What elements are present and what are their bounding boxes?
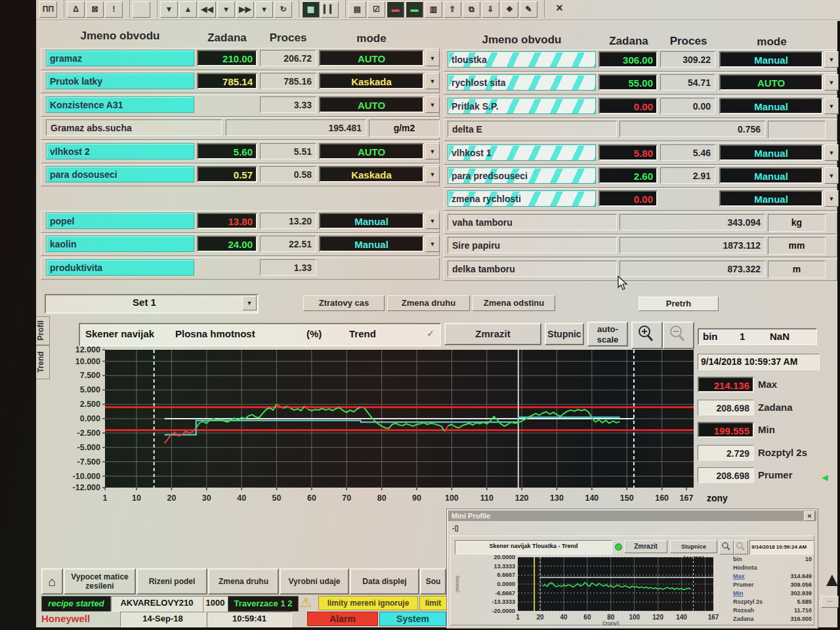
mini-profile-titlebar[interactable]: Mini Profile × xyxy=(448,511,816,521)
home-button[interactable]: ⌂ xyxy=(41,568,63,595)
mini-zoom-out-button[interactable] xyxy=(734,540,748,555)
arrow-up-button[interactable]: ▲ xyxy=(179,1,197,18)
mini-zoom-in-button[interactable] xyxy=(719,540,734,555)
circuit-name[interactable]: Prutok latky xyxy=(46,73,194,89)
zadana-display[interactable]: 5.80 xyxy=(598,144,658,161)
mode-dropdown-arrow-icon[interactable]: ▼ xyxy=(824,190,839,207)
trend-chart-icon[interactable]: ▬ xyxy=(406,1,423,18)
mode-dropdown-arrow-icon[interactable]: ▼ xyxy=(824,51,839,68)
circuit-name[interactable]: vlhkost 2 xyxy=(46,143,194,159)
stupnic-button[interactable]: Stupnic xyxy=(545,323,584,345)
mode-dropdown-arrow-icon[interactable]: ▼ xyxy=(824,144,839,161)
bottom-menu-data-displej[interactable]: Data displej xyxy=(350,568,419,595)
mode-select[interactable]: Manual xyxy=(319,236,424,252)
mode-select[interactable]: AUTO xyxy=(719,74,823,91)
mode-dropdown-arrow-icon[interactable]: ▼ xyxy=(425,143,440,159)
mode-dropdown-arrow-icon[interactable]: ▼ xyxy=(824,98,839,114)
mode-select[interactable]: AUTO xyxy=(319,143,424,159)
close-icon[interactable]: × xyxy=(551,1,568,18)
circuit-name[interactable]: para predsouseci xyxy=(448,167,596,184)
bar-columns-icon[interactable]: ▎▎ xyxy=(321,1,339,18)
zmena-odstinu-button[interactable]: Zmena odstinu xyxy=(472,295,555,311)
restore-icon[interactable]: ΠΠ xyxy=(39,1,57,18)
mode-dropdown-arrow-icon[interactable]: ▼ xyxy=(425,73,440,89)
zoom-out-button[interactable] xyxy=(663,322,694,349)
circuit-name[interactable]: Konzistence A31 xyxy=(46,96,194,113)
bell-icon[interactable]: Δ xyxy=(67,1,85,18)
mode-select[interactable]: Kaskada xyxy=(319,166,424,182)
zoom-in-button[interactable] xyxy=(631,322,663,349)
zadana-display[interactable]: 0.00 xyxy=(598,190,658,207)
more-button[interactable]: ··· xyxy=(821,596,839,608)
zadana-display[interactable]: 306.00 xyxy=(598,51,658,68)
alarm-button[interactable]: Alarm xyxy=(307,612,378,626)
printer-icon[interactable]: ▤ xyxy=(348,1,366,18)
circuit-name[interactable]: gramaz xyxy=(46,50,194,66)
circuit-name[interactable]: para dosouseci xyxy=(46,166,194,182)
scroll-up-icon[interactable]: ▲ xyxy=(822,568,840,591)
circuit-name[interactable]: popel xyxy=(46,213,194,229)
mode-select[interactable]: Manual xyxy=(719,190,823,207)
bottom-menu-vyrobni-udaje[interactable]: Vyrobni udaje xyxy=(280,568,349,595)
circuit-name[interactable]: rychlost sita xyxy=(448,74,596,91)
scanner-down-icon[interactable]: ⇩ xyxy=(482,1,499,18)
set-select[interactable]: Set 1 ▼ xyxy=(45,294,259,314)
alarm-display-icon[interactable]: ▬ xyxy=(387,1,404,18)
zadana-display[interactable]: 24.00 xyxy=(197,236,257,252)
page-back-button[interactable]: ◀◀ xyxy=(198,1,216,18)
auto-scale-button[interactable]: auto-scale xyxy=(587,322,628,346)
bottom-menu-zmena-druhu[interactable]: Zmena druhu xyxy=(208,568,279,595)
mode-dropdown-arrow-icon[interactable]: ▼ xyxy=(824,167,839,184)
mini-stupnice-button[interactable]: Stupnice (AUTO) xyxy=(670,540,717,553)
tab-trend[interactable]: Trend xyxy=(36,345,50,379)
zadana-display[interactable]: 210.00 xyxy=(197,50,257,66)
back-dropdown-button[interactable]: ▾ xyxy=(217,1,235,18)
refresh-icon[interactable]: ↻ xyxy=(274,1,292,18)
mode-select[interactable]: AUTO xyxy=(319,96,424,113)
mini-zmrazit-button[interactable]: Zmrazit xyxy=(624,540,667,553)
scanner-copy-icon[interactable]: ⧉ xyxy=(463,1,480,18)
checklist-icon[interactable]: ☑ xyxy=(368,1,385,18)
pin-icon[interactable]: -▯ xyxy=(452,524,459,532)
trend-display-icon[interactable]: ▦ xyxy=(302,1,320,18)
mode-dropdown-arrow-icon[interactable]: ▼ xyxy=(425,96,440,113)
zadana-display[interactable]: 0.00 xyxy=(598,98,658,114)
zadana-display[interactable]: 5.60 xyxy=(197,143,257,159)
mode-select[interactable]: Manual xyxy=(319,213,424,229)
zadana-display[interactable]: 785.14 xyxy=(197,73,257,89)
report-icon[interactable]: ✎ xyxy=(520,1,537,18)
mode-dropdown-arrow-icon[interactable]: ▼ xyxy=(425,236,440,252)
palette-icon[interactable]: ❖ xyxy=(501,1,518,18)
zmrazit-button[interactable]: Zmrazit xyxy=(444,323,541,345)
circuit-name[interactable]: kaolin xyxy=(46,236,194,252)
zadana-display[interactable]: 0.57 xyxy=(197,166,257,182)
file-drawer-icon[interactable]: ▥ xyxy=(425,1,442,18)
circuit-name[interactable]: Pritlak S.P. xyxy=(448,98,596,114)
mini-profile-close-icon[interactable]: × xyxy=(804,511,815,521)
bottom-menu-sou[interactable]: Sou xyxy=(420,568,446,595)
forward-dropdown-button[interactable]: ▾ xyxy=(255,1,273,18)
mode-select[interactable]: AUTO xyxy=(319,50,424,66)
mode-select[interactable]: Manual xyxy=(719,51,823,68)
blank-button[interactable] xyxy=(133,1,150,18)
mode-dropdown-arrow-icon[interactable]: ▼ xyxy=(824,74,839,91)
zmena-druhu-button[interactable]: Zmena druhu xyxy=(387,295,470,311)
pretrh-button[interactable]: Pretrh xyxy=(639,297,719,311)
bottom-menu-rizeni-podel[interactable]: Rizeni podel xyxy=(136,568,207,595)
circuit-name[interactable]: produktivita xyxy=(46,259,194,276)
mode-select[interactable]: Manual xyxy=(719,98,823,114)
zadana-display[interactable]: 55.00 xyxy=(598,74,658,91)
mode-dropdown-arrow-icon[interactable]: ▼ xyxy=(425,166,440,182)
circuit-name[interactable]: vlhkost 1 xyxy=(448,144,596,161)
bell-cancel-icon[interactable]: ⊠ xyxy=(86,1,104,18)
ztratovy-cas-button[interactable]: Ztratovy cas xyxy=(303,295,385,311)
mode-select[interactable]: Kaskada xyxy=(319,73,424,89)
note-alert-icon[interactable]: ! xyxy=(105,1,123,18)
circuit-name[interactable]: zmena rychlosti xyxy=(448,190,596,207)
bottom-menu-vypocet-matice-zesileni[interactable]: Vypocet matice zesileni xyxy=(64,568,136,595)
arrow-down-button[interactable]: ▼ xyxy=(160,1,178,18)
circuit-name[interactable]: tloustka xyxy=(448,51,596,68)
system-button[interactable]: System xyxy=(379,612,446,626)
set-select-arrow-icon[interactable]: ▼ xyxy=(242,296,257,310)
tab-profil[interactable]: Profil xyxy=(36,316,50,345)
